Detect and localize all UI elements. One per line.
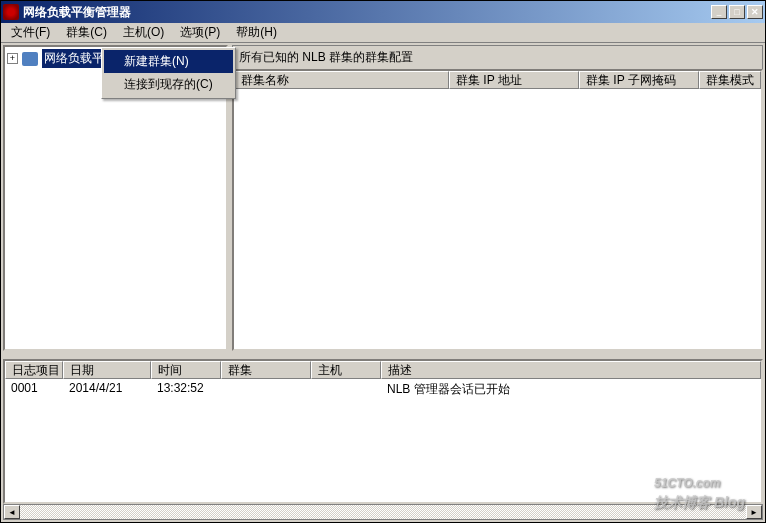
right-pane: 所有已知的 NLB 群集的群集配置 群集名称 群集 IP 地址 群集 IP 子网… (232, 45, 763, 351)
right-pane-header: 所有已知的 NLB 群集的群集配置 (232, 45, 763, 69)
log-cell-date: 2014/4/21 (63, 381, 151, 398)
col-log-host[interactable]: 主机 (311, 361, 381, 379)
main-window: 网络负载平衡管理器 _ □ ✕ 文件(F) 群集(C) 主机(O) 选项(P) … (0, 0, 766, 523)
horizontal-splitter[interactable] (1, 353, 765, 357)
workspace: + 网络负载平衡群集 所有已知的 NLB 群集的群集配置 群集名称 群集 IP … (1, 43, 765, 522)
menu-help[interactable]: 帮助(H) (228, 22, 285, 43)
ctx-new-cluster[interactable]: 新建群集(N) (104, 50, 233, 73)
expand-icon[interactable]: + (7, 53, 18, 64)
col-cluster-mode[interactable]: 群集模式 (699, 71, 761, 89)
menu-options[interactable]: 选项(P) (172, 22, 228, 43)
cluster-listview: 群集名称 群集 IP 地址 群集 IP 子网掩码 群集模式 (232, 69, 763, 351)
maximize-button[interactable]: □ (729, 5, 745, 19)
col-log-entry[interactable]: 日志项目 (5, 361, 63, 379)
close-button[interactable]: ✕ (747, 5, 763, 19)
log-cell-host (311, 381, 381, 398)
titlebar: 网络负载平衡管理器 _ □ ✕ (1, 1, 765, 23)
col-log-cluster[interactable]: 群集 (221, 361, 311, 379)
col-cluster-subnet[interactable]: 群集 IP 子网掩码 (579, 71, 699, 89)
log-row[interactable]: 0001 2014/4/21 13:32:52 NLB 管理器会话已开始 (5, 379, 761, 400)
menu-host[interactable]: 主机(O) (115, 22, 172, 43)
col-log-description[interactable]: 描述 (381, 361, 761, 379)
ctx-connect-existing[interactable]: 连接到现存的(C) (104, 73, 233, 96)
cluster-icon (22, 52, 38, 66)
log-cell-time: 13:32:52 (151, 381, 221, 398)
scroll-right-arrow-icon[interactable]: ► (746, 505, 762, 519)
col-log-time[interactable]: 时间 (151, 361, 221, 379)
log-pane: 日志项目 日期 时间 群集 主机 描述 0001 2014/4/21 13:32… (3, 359, 763, 504)
menu-file[interactable]: 文件(F) (3, 22, 58, 43)
window-title: 网络负载平衡管理器 (23, 4, 711, 21)
scroll-track[interactable] (20, 505, 746, 519)
context-menu: 新建群集(N) 连接到现存的(C) (101, 47, 236, 99)
app-icon (3, 4, 19, 20)
minimize-button[interactable]: _ (711, 5, 727, 19)
log-cell-cluster (221, 381, 311, 398)
menubar: 文件(F) 群集(C) 主机(O) 选项(P) 帮助(H) (1, 23, 765, 43)
col-log-date[interactable]: 日期 (63, 361, 151, 379)
col-cluster-ip[interactable]: 群集 IP 地址 (449, 71, 579, 89)
col-cluster-name[interactable]: 群集名称 (234, 71, 449, 89)
log-cell-entry: 0001 (5, 381, 63, 398)
horizontal-scrollbar[interactable]: ◄ ► (3, 504, 763, 520)
menu-cluster[interactable]: 群集(C) (58, 22, 115, 43)
log-cell-description: NLB 管理器会话已开始 (381, 381, 761, 398)
scroll-left-arrow-icon[interactable]: ◄ (4, 505, 20, 519)
